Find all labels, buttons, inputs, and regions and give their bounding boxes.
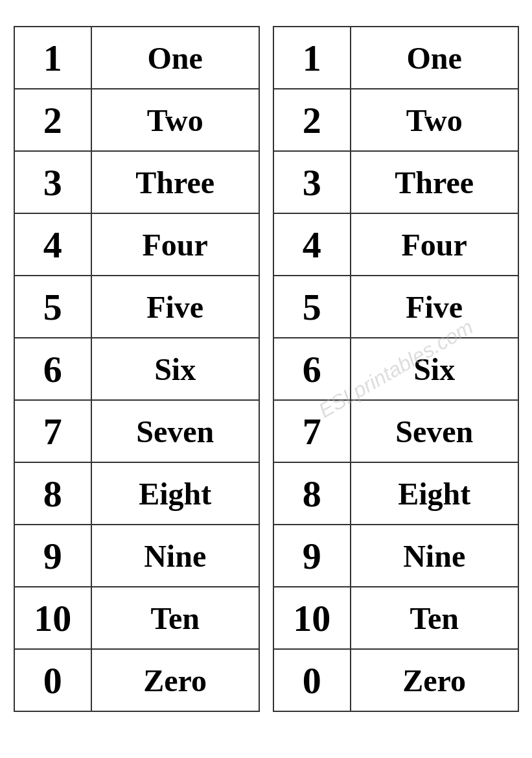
word-cell: Three <box>351 151 518 213</box>
table-row: 2Two <box>14 89 259 151</box>
number-cell: 7 <box>14 400 91 462</box>
number-cell: 2 <box>273 89 351 151</box>
word-cell: Ten <box>91 587 259 649</box>
word-cell: Nine <box>351 525 518 587</box>
number-cell: 1 <box>273 27 351 89</box>
table-row: 6Six <box>273 338 518 400</box>
word-cell: Ten <box>351 587 518 649</box>
word-cell: Eight <box>351 462 518 525</box>
word-cell: Seven <box>351 400 518 462</box>
table-row: 9Nine <box>273 525 518 587</box>
right-table-container: 1One2Two3Three4Four5Five6Six7Seven8Eight… <box>273 26 519 712</box>
word-cell: Three <box>91 151 259 213</box>
tables-wrapper: 1One2Two3Three4Four5Five6Six7Seven8Eight… <box>14 26 519 712</box>
word-cell: Four <box>351 213 518 276</box>
table-row: 1One <box>273 27 518 89</box>
word-cell: Four <box>91 213 259 276</box>
number-cell: 8 <box>273 462 351 525</box>
number-cell: 6 <box>14 338 91 400</box>
table-row: 5Five <box>14 276 259 338</box>
table-row: 2Two <box>273 89 518 151</box>
number-cell: 10 <box>14 587 91 649</box>
word-cell: Five <box>91 276 259 338</box>
table-row: 9Nine <box>14 525 259 587</box>
word-cell: Nine <box>91 525 259 587</box>
number-cell: 2 <box>14 89 91 151</box>
table-row: 3Three <box>273 151 518 213</box>
table-row: 4Four <box>14 213 259 276</box>
number-cell: 9 <box>14 525 91 587</box>
number-cell: 5 <box>273 276 351 338</box>
number-cell: 3 <box>273 151 351 213</box>
word-cell: Five <box>351 276 518 338</box>
number-cell: 4 <box>14 213 91 276</box>
left-table-container: 1One2Two3Three4Four5Five6Six7Seven8Eight… <box>14 26 260 712</box>
table-row: 8Eight <box>273 462 518 525</box>
number-cell: 4 <box>273 213 351 276</box>
number-cell: 1 <box>14 27 91 89</box>
table-row: 7Seven <box>14 400 259 462</box>
table-row: 8Eight <box>14 462 259 525</box>
table-row: 0Zero <box>14 649 259 711</box>
table-row: 1One <box>14 27 259 89</box>
word-cell: Two <box>91 89 259 151</box>
word-cell: Six <box>91 338 259 400</box>
number-table-left: 1One2Two3Three4Four5Five6Six7Seven8Eight… <box>14 26 260 712</box>
number-cell: 9 <box>273 525 351 587</box>
word-cell: Eight <box>91 462 259 525</box>
number-cell: 3 <box>14 151 91 213</box>
page: 1One2Two3Three4Four5Five6Six7Seven8Eight… <box>7 13 526 758</box>
number-cell: 0 <box>14 649 91 711</box>
word-cell: Zero <box>91 649 259 711</box>
table-row: 5Five <box>273 276 518 338</box>
word-cell: One <box>91 27 259 89</box>
word-cell: Zero <box>351 649 518 711</box>
number-table-right: 1One2Two3Three4Four5Five6Six7Seven8Eight… <box>273 26 519 712</box>
word-cell: Two <box>351 89 518 151</box>
table-row: 6Six <box>14 338 259 400</box>
table-row: 4Four <box>273 213 518 276</box>
table-row: 0Zero <box>273 649 518 711</box>
table-row: 10Ten <box>273 587 518 649</box>
table-row: 7Seven <box>273 400 518 462</box>
table-row: 10Ten <box>14 587 259 649</box>
word-cell: One <box>351 27 518 89</box>
word-cell: Six <box>351 338 518 400</box>
number-cell: 6 <box>273 338 351 400</box>
number-cell: 5 <box>14 276 91 338</box>
number-cell: 7 <box>273 400 351 462</box>
number-cell: 0 <box>273 649 351 711</box>
word-cell: Seven <box>91 400 259 462</box>
table-row: 3Three <box>14 151 259 213</box>
number-cell: 8 <box>14 462 91 525</box>
number-cell: 10 <box>273 587 351 649</box>
